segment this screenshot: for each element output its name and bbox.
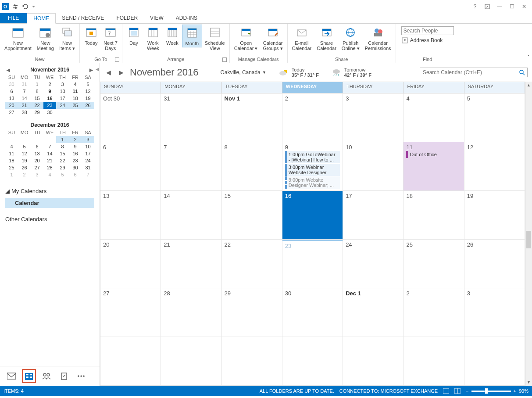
minical-day[interactable]: 17 [56, 95, 69, 102]
month-button[interactable]: Month [182, 25, 202, 47]
minical-day[interactable]: 1 [5, 171, 18, 178]
calendar-event[interactable]: 3:00pm Website Designer Webinar; ... [285, 176, 340, 189]
calendar-cell[interactable] [222, 337, 282, 386]
minical-day[interactable]: 21 [43, 157, 56, 164]
minical-day[interactable]: 6 [31, 143, 43, 150]
tab-folder[interactable]: FOLDER [110, 13, 144, 23]
help-button[interactable]: ? [469, 2, 481, 11]
zoom-slider[interactable] [471, 391, 511, 392]
search-people-input[interactable] [401, 26, 454, 35]
minical-day[interactable]: 7 [43, 143, 56, 150]
minical-day[interactable]: 5 [56, 171, 69, 178]
calendar-cell[interactable]: 23 [282, 240, 343, 288]
minical-day[interactable]: 9 [69, 143, 82, 150]
share-calendar-button[interactable]: ShareCalendar [314, 25, 339, 52]
next-month-button[interactable]: ▶ [117, 69, 125, 76]
minical-day[interactable]: 3 [56, 81, 69, 88]
minical-day[interactable]: 13 [31, 150, 43, 157]
other-calendars-header[interactable]: Other Calendars [5, 216, 94, 222]
minical-day[interactable]: 2 [18, 171, 31, 178]
minical-day[interactable]: 4 [69, 81, 82, 88]
calendar-cell[interactable] [282, 337, 343, 386]
minical-day[interactable]: 3 [82, 136, 94, 143]
zoom-in-button[interactable]: + [514, 388, 516, 394]
scroll-down-icon[interactable]: ▼ [525, 379, 532, 386]
minical-day[interactable]: 3 [31, 171, 43, 178]
calendar-cell[interactable]: 14 [161, 191, 221, 240]
minical-day[interactable]: 10 [56, 88, 69, 95]
prev-month-button[interactable]: ◀ [104, 69, 113, 76]
minical-day[interactable]: 30 [5, 81, 18, 88]
calendar-cell[interactable]: 20 [100, 240, 161, 288]
calendar-cell[interactable] [403, 337, 464, 386]
calendar-event[interactable]: Out of Office [406, 151, 461, 158]
calendar-cell[interactable]: 26 [464, 240, 525, 288]
weather-location[interactable]: Oakville, Canada ▼ [221, 69, 266, 75]
minical-day[interactable]: 14 [43, 150, 56, 157]
tab-file[interactable]: FILE [0, 13, 27, 23]
calendar-cell[interactable]: 6 [100, 142, 161, 191]
minical-day[interactable]: 8 [56, 143, 69, 150]
minical-day[interactable]: 12 [18, 150, 31, 157]
minical-day[interactable]: 30 [43, 109, 56, 116]
new-appointment-button[interactable]: NewAppointment [2, 25, 34, 52]
minical-day[interactable]: 11 [69, 88, 82, 95]
next7days-button[interactable]: 7Next 7Days [101, 25, 120, 52]
minical-day[interactable]: 28 [43, 164, 56, 171]
nav-tasks-icon[interactable] [57, 369, 71, 383]
today-button[interactable]: Today [82, 25, 101, 47]
dialog-launcher-icon[interactable] [115, 57, 119, 62]
publish-online-button[interactable]: PublishOnline ▾ [339, 25, 362, 52]
open-calendar-button[interactable]: OpenCalendar ▾ [232, 25, 261, 52]
minical-day[interactable] [43, 136, 56, 143]
calendar-cell[interactable]: 28 [161, 288, 221, 337]
calendar-cell[interactable]: 15 [222, 191, 282, 240]
calendar-cell[interactable]: 12 [464, 142, 525, 191]
minical-day[interactable]: 10 [82, 143, 94, 150]
calendar-cell[interactable]: Nov 1 [222, 93, 282, 142]
minical-day[interactable] [69, 109, 82, 116]
nav-calendar-icon[interactable] [22, 369, 36, 383]
minical-day[interactable]: 24 [56, 102, 69, 109]
minical-day[interactable]: 12 [82, 88, 94, 95]
calendar-cell[interactable]: 25 [403, 240, 464, 288]
qat-undo-icon[interactable] [21, 3, 29, 11]
minical-day[interactable]: 4 [43, 171, 56, 178]
view-normal-icon[interactable] [443, 388, 449, 394]
minical-day[interactable]: 8 [31, 88, 43, 95]
minical-day[interactable]: 7 [82, 171, 94, 178]
minical-day[interactable]: 13 [5, 95, 18, 102]
minical-day[interactable]: 30 [69, 164, 82, 171]
calendar-cell[interactable]: 5 [464, 93, 525, 142]
calendar-cell[interactable]: 11Out of Office [403, 142, 464, 191]
minical-day[interactable]: 31 [82, 164, 94, 171]
minical-day[interactable]: 19 [18, 157, 31, 164]
prev-month-icon[interactable]: ◀ [5, 68, 11, 72]
minical-day[interactable]: 23 [43, 102, 56, 109]
calendar-cell[interactable]: 27 [100, 288, 161, 337]
calendar-groups-button[interactable]: CalendarGroups ▾ [260, 25, 285, 52]
minical-day[interactable]: 2 [69, 136, 82, 143]
minical-day[interactable]: 4 [5, 143, 18, 150]
calendar-event[interactable]: 1:00pm GoToWebinar - [Webinar] How to ..… [285, 151, 340, 163]
minimize-button[interactable]: — [493, 2, 506, 11]
new-items-button[interactable]: NewItems ▾ [57, 25, 78, 52]
calendar-cell[interactable]: 2 [403, 288, 464, 337]
nav-people-icon[interactable] [39, 369, 54, 383]
search-calendar-input[interactable] [420, 68, 517, 77]
calendar-cell[interactable]: 18 [403, 191, 464, 240]
calendar-cell[interactable]: 7 [161, 142, 221, 191]
minical-day[interactable]: 2 [43, 81, 56, 88]
minical-day[interactable]: 15 [56, 150, 69, 157]
calendar-cell[interactable]: Dec 1 [343, 288, 403, 337]
scroll-thumb[interactable] [526, 231, 531, 248]
workweek-button[interactable]: WorkWeek [143, 25, 163, 52]
calendar-cell[interactable] [343, 337, 403, 386]
calendar-cell[interactable]: 91:00pm GoToWebinar - [Webinar] How to .… [282, 142, 343, 191]
nav-mail-icon[interactable] [4, 369, 18, 383]
minical-day[interactable]: 20 [31, 157, 43, 164]
calendar-cell[interactable]: 30 [282, 288, 343, 337]
calendar-cell[interactable]: 22 [222, 240, 282, 288]
minical-day[interactable]: 26 [18, 164, 31, 171]
minical-day[interactable] [56, 109, 69, 116]
